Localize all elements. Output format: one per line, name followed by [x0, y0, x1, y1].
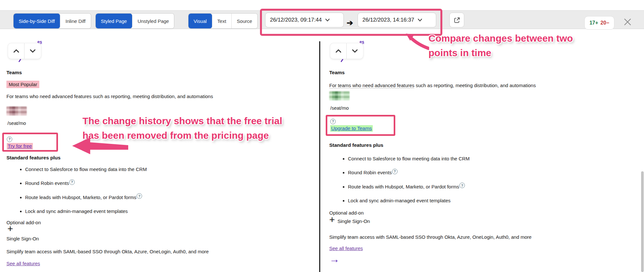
feature-item: Route leads with Hubspot, Marketo, or Pa… [25, 195, 147, 201]
feature-text: Round Robin events [25, 180, 69, 186]
plan-description-changed: For teams who need advanced features [329, 83, 414, 88]
features-list: Connect to Salesforce to flow meeting da… [19, 166, 147, 222]
plan-title: Teams [6, 70, 22, 76]
see-all-features-link[interactable]: See all features [329, 246, 363, 251]
help-icon[interactable]: ? [459, 183, 465, 188]
vertical-scrollbar[interactable] [641, 171, 644, 272]
addon-description: Simplify team access with SAML-based SSO… [6, 249, 209, 254]
chevron-down-icon [352, 49, 358, 53]
styled-page-button[interactable]: Styled Page [96, 14, 132, 28]
feature-item: Lock and sync admin-managed event templa… [348, 198, 470, 204]
open-external-button[interactable] [449, 13, 464, 27]
page-style-switch: Styled Page Unstyled Page [96, 14, 174, 28]
help-icon[interactable]: ? [392, 169, 398, 174]
diff-mark [18, 59, 21, 62]
date-to-value: 26/12/2023, 14:16:37 [362, 17, 414, 23]
diff-mode-switch: Side-by-Side Diff Inline Diff [14, 14, 91, 28]
diff-mark [341, 59, 343, 62]
see-all-features-link[interactable]: See all features [6, 261, 40, 266]
after-panel: es Teams For teams who need advanced fea… [329, 42, 593, 272]
feature-item: Round Robin events? [348, 170, 470, 176]
removed-cta-annotation-box: ? Try for free [2, 133, 58, 152]
text-view-button[interactable]: Text [212, 14, 232, 28]
previous-change-button[interactable] [330, 43, 347, 59]
chevron-up-icon [13, 49, 19, 53]
before-panel: es Teams Most Popular For teams who need… [6, 42, 255, 272]
toolbar: Side-by-Side Diff Inline Diff Styled Pag… [0, 10, 644, 29]
price-unit: /seat/mo [330, 105, 349, 111]
panel-divider [319, 41, 320, 272]
features-heading: Standard features plus [6, 155, 61, 161]
try-for-free-link[interactable]: Try for free [7, 143, 33, 149]
date-from-value: 26/12/2023, 09:17:44 [270, 17, 322, 23]
side-by-side-diff-button[interactable]: Side-by-Side Diff [14, 14, 60, 28]
close-icon [623, 18, 632, 26]
feature-item: Connect to Salesforce to flow meeting da… [25, 166, 147, 172]
previous-change-button[interactable] [8, 43, 24, 59]
feature-text: Round Robin events [348, 170, 392, 175]
next-change-button[interactable] [347, 43, 363, 59]
feature-item: Round Robin events? [25, 180, 147, 186]
feature-text: Connect to Salesforce to flow meeting da… [348, 156, 470, 161]
features-heading: Standard features plus [329, 142, 383, 148]
diff-viewer: Side-by-Side Diff Inline Diff Styled Pag… [0, 0, 644, 272]
feature-text: Route leads with Hubspot, Marketo, or Pa… [348, 184, 459, 189]
feature-item: Route leads with Hubspot, Marketo, or Pa… [348, 184, 470, 190]
plan-description-rest: such as reporting, meeting distribution,… [414, 83, 536, 88]
compare-annotation-line1: Compare changes between two [428, 31, 573, 45]
removed-count: 20− [601, 20, 609, 26]
chevron-down-icon [418, 18, 422, 22]
plan-title: Teams [329, 70, 345, 76]
plan-description: For teams who need advanced features suc… [6, 94, 213, 99]
feature-text: Lock and sync admin-managed event templa… [348, 198, 451, 203]
price-redacted [6, 106, 27, 116]
addon-name-row: + Single Sign-On [329, 216, 370, 224]
feature-item: Lock and sync admin-managed event templa… [25, 208, 147, 214]
most-popular-badge-removed: Most Popular [6, 81, 39, 88]
features-list: Connect to Salesforce to flow meeting da… [342, 156, 470, 212]
feature-text: Lock and sync admin-managed event templa… [25, 208, 128, 214]
feature-item: Connect to Salesforce to flow meeting da… [348, 156, 470, 162]
addon-name: Single Sign-On [6, 236, 39, 241]
removed-annotation-arrow [72, 137, 130, 156]
chevron-up-icon [335, 49, 341, 53]
date-to-dropdown[interactable]: 26/12/2023, 14:16:37 [358, 13, 436, 27]
compare-annotation-line2: points in time [428, 45, 573, 60]
feature-text: Connect to Salesforce to flow meeting da… [25, 166, 147, 172]
close-button[interactable] [623, 18, 632, 27]
help-icon[interactable]: ? [137, 193, 142, 199]
added-cta-annotation-box: ? Upgrade to Teams [326, 115, 395, 136]
change-navigator [330, 43, 363, 59]
price-unit: /seat/mo [7, 120, 26, 126]
chevron-down-icon [30, 49, 36, 53]
chevron-down-icon [325, 18, 330, 22]
visual-view-button[interactable]: Visual [188, 14, 212, 28]
unstyled-page-button[interactable]: Unstyled Page [132, 14, 174, 28]
compare-annotation-arrow [405, 32, 429, 51]
removed-annotation-line1: The change history shows that the free t… [82, 114, 282, 128]
plus-icon: + [7, 225, 13, 233]
date-range-arrow-icon: ➔ [347, 17, 353, 28]
inline-diff-button[interactable]: Inline Diff [60, 14, 91, 28]
change-counts-badge: 17+ 20− [584, 16, 614, 30]
source-view-button[interactable]: Source [232, 14, 257, 28]
price-redacted [329, 91, 350, 100]
compare-annotation: Compare changes between two points in ti… [428, 31, 573, 60]
help-icon[interactable]: ? [7, 136, 12, 142]
plus-icon: + [329, 216, 335, 224]
upgrade-to-teams-link[interactable]: Upgrade to Teams [330, 125, 373, 132]
help-icon[interactable]: ? [330, 119, 336, 124]
help-icon[interactable]: ? [69, 179, 75, 185]
date-from-dropdown[interactable]: 26/12/2023, 09:17:44 [265, 13, 344, 27]
feature-text: Route leads with Hubspot, Marketo, or Pa… [25, 195, 136, 200]
addon-name: Single Sign-On [338, 218, 370, 224]
next-plan-arrow[interactable]: → [329, 254, 340, 264]
external-link-icon [454, 17, 460, 24]
addon-description: Simplify team access with SAML-based SSO… [329, 234, 532, 240]
change-navigator [8, 43, 41, 59]
added-count: 17+ [590, 20, 598, 26]
next-change-button[interactable] [24, 43, 41, 59]
plan-description: For teams who need advanced features suc… [329, 83, 536, 88]
view-mode-switch: Visual Text Source [188, 14, 257, 28]
